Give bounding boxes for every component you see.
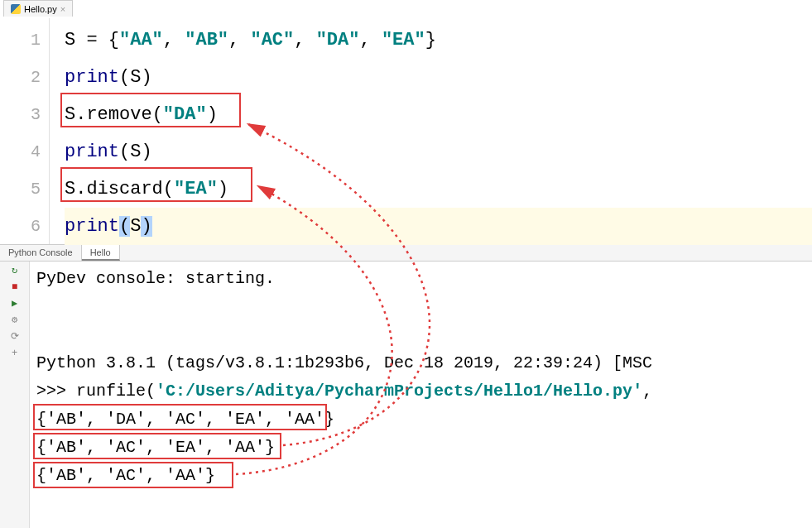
console-version: Python 3.8.1 (tags/v3.8.1:1b293b6, Dec 1… [36,349,805,377]
link-icon[interactable]: ⟳ [9,331,21,343]
code-line-4[interactable]: print(S) [65,133,812,170]
console-blank [36,293,805,321]
debug-icon[interactable]: ⚙ [9,314,21,326]
console-output-2: {'AB', 'AC', 'EA', 'AA'} [36,434,805,462]
file-tab-label: Hello.py [24,4,57,14]
line-number: 1 [0,22,41,59]
close-icon[interactable]: × [60,4,65,14]
code-line-1[interactable]: S = {"AA", "AB", "AC", "DA", "EA"} [65,22,812,59]
console-output-1: {'AB', 'DA', 'AC', 'EA', 'AA'} [36,406,805,434]
line-number: 2 [0,59,41,96]
console-toolbar: ↻ ■ ▶ ⚙ ⟳ + [0,262,30,528]
console-pane: Python Console Hello ↻ ■ ▶ ⚙ ⟳ + PyDev c… [0,245,812,528]
play-icon[interactable]: ▶ [9,298,21,310]
code-line-2[interactable]: print(S) [65,59,812,96]
line-number: 6 [0,208,41,245]
add-icon[interactable]: + [9,348,21,359]
line-number: 5 [0,170,41,208]
python-file-icon [11,4,21,14]
line-number: 3 [0,96,41,133]
code-line-5[interactable]: S.discard("EA") [65,170,812,208]
rerun-icon[interactable]: ↻ [9,265,21,276]
console-output[interactable]: PyDev console: starting. Python 3.8.1 (t… [30,262,812,528]
code-lines[interactable]: S = {"AA", "AB", "AC", "DA", "EA"} print… [50,18,812,244]
console-output-3: {'AB', 'AC', 'AA'} [36,462,805,490]
console-blank [36,321,805,349]
stop-icon[interactable]: ■ [9,281,21,293]
tab-run-hello[interactable]: Hello [82,245,120,261]
line-gutter: 1 2 3 4 5 6 [0,18,50,244]
console-banner: PyDev console: starting. [36,265,805,293]
tab-python-console[interactable]: Python Console [0,245,82,261]
console-tabs: Python Console Hello [0,245,812,262]
file-tab[interactable]: Hello.py × [3,0,73,17]
code-area[interactable]: 1 2 3 4 5 6 S = {"AA", "AB", "AC", "DA",… [0,18,812,244]
code-line-6[interactable]: print(S) [65,208,812,245]
console-runfile: >>> runfile('C:/Users/Aditya/PycharmProj… [36,377,805,406]
editor-pane: Hello.py × 1 2 3 4 5 6 S = {"AA", "AB", … [0,0,812,245]
code-line-3[interactable]: S.remove("DA") [65,96,812,133]
line-number: 4 [0,133,41,170]
